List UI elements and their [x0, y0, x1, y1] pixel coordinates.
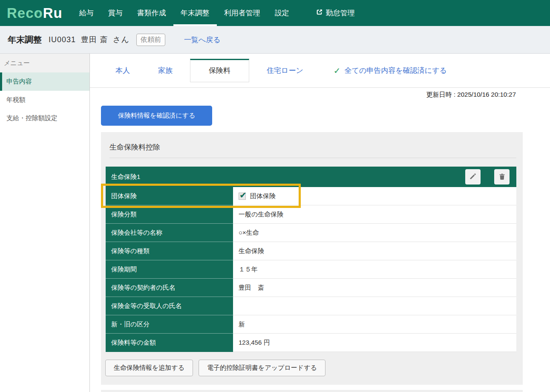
group-insurance-checkbox[interactable]: ✔: [239, 193, 246, 200]
table-row: 団体保険✔団体保険: [106, 187, 516, 205]
row-label: 新・旧の区分: [106, 315, 233, 334]
section-title-life-insurance: 生命保険料控除: [105, 138, 516, 158]
row-label: 保険等の種類: [106, 242, 233, 260]
nav-item-2[interactable]: 書類作成: [130, 0, 173, 26]
pencil-icon: [469, 173, 477, 182]
add-life-insurance-button[interactable]: 生命保険情報を追加する: [105, 360, 193, 376]
row-value: [233, 297, 516, 315]
logo-check-icon: ✓: [35, 8, 41, 17]
insurance-card-header: 生命保険1: [106, 167, 516, 187]
sidebar-item-1[interactable]: 年税額: [0, 91, 89, 109]
confirm-all-link[interactable]: ✓ 全ての申告内容を確認済にする: [334, 66, 447, 75]
tab-2[interactable]: 保険料: [190, 59, 249, 82]
back-to-list-link[interactable]: 一覧へ戻る: [184, 35, 221, 45]
logo-text: Rec: [7, 5, 34, 21]
table-row: 保険期間１５年: [106, 260, 516, 279]
tab-3[interactable]: 住宅ローン: [253, 66, 317, 75]
updated-timestamp: 更新日時 : 2025/10/16 20:10:27: [101, 91, 523, 99]
life-insurance-section: 生命保険料控除 生命保険1: [101, 132, 523, 385]
table-actions: 生命保険情報を追加する 電子的控除証明書をアップロードする: [105, 360, 516, 376]
row-value: 新: [233, 315, 516, 334]
edit-button[interactable]: [465, 169, 481, 184]
external-link-icon: [316, 9, 323, 18]
row-label: 団体保険: [106, 187, 233, 205]
row-value: ○×生命: [233, 224, 516, 242]
checkmark-icon: ✔: [239, 190, 247, 200]
nav-item-0[interactable]: 給与: [72, 0, 101, 26]
employee-code: IU0031: [49, 35, 76, 44]
nav-item-4[interactable]: 利用者管理: [217, 0, 268, 26]
main-menu: 給与賞与書類作成年末調整利用者管理設定: [72, 0, 297, 26]
life-insurance-table: 生命保険1: [106, 167, 516, 352]
table-row: 保険等の種類生命保険: [106, 242, 516, 260]
row-value: 123,456 円: [233, 334, 516, 352]
main-content: 本人家族保険料住宅ローン ✓ 全ての申告内容を確認済にする 更新日時 : 202…: [90, 54, 550, 392]
sidebar-item-2[interactable]: 支給・控除額設定: [0, 109, 89, 127]
earthquake-insurance-section: 地震保険料控除: [101, 390, 523, 392]
table-row: 保険料等の金額123,456 円: [106, 334, 516, 352]
sidebar-menu: 申告内容年税額支給・控除額設定: [0, 72, 89, 127]
nav-item-3[interactable]: 年末調整: [173, 0, 217, 26]
sidebar: メニュー 申告内容年税額支給・控除額設定: [0, 54, 90, 392]
nav-item-1[interactable]: 賞与: [101, 0, 130, 26]
trash-icon: [498, 173, 506, 182]
table-row: 保険金等の受取人の氏名: [106, 297, 516, 315]
checkbox-label: 団体保険: [250, 192, 276, 200]
confirm-insurance-button[interactable]: 保険料情報を確認済にする: [101, 106, 212, 126]
check-icon: ✓: [334, 66, 341, 75]
row-value: ✔団体保険: [233, 187, 516, 205]
top-navbar: Reco✓Ru 給与賞与書類作成年末調整利用者管理設定 勤怠管理: [0, 0, 550, 26]
row-label: 保険等の契約者の氏名: [106, 279, 233, 297]
tab-bar: 本人家族保険料住宅ローン ✓ 全ての申告内容を確認済にする: [90, 54, 550, 88]
delete-button[interactable]: [494, 169, 510, 184]
insurance-card-title: 生命保険1: [111, 173, 465, 181]
table-row: 保険分類一般の生命保険: [106, 205, 516, 224]
row-label: 保険分類: [106, 205, 233, 224]
row-value: 生命保険: [233, 242, 516, 260]
page-header: 年末調整 IU0031 豊田 斎 さん 依頼前 一覧へ戻る: [0, 26, 550, 54]
page-title: 年末調整: [8, 34, 42, 46]
row-label: 保険会社等の名称: [106, 224, 233, 242]
upload-certificate-button[interactable]: 電子的控除証明書をアップロードする: [199, 360, 325, 376]
honorific: さん: [113, 35, 130, 44]
divider: [109, 158, 516, 158]
row-value: 一般の生命保険: [233, 205, 516, 224]
tab-0[interactable]: 本人: [101, 66, 144, 75]
employee-info: IU0031 豊田 斎 さん: [49, 35, 132, 45]
row-label: 保険期間: [106, 260, 233, 279]
row-value: 豊田 斎: [233, 279, 516, 297]
nav-item-5[interactable]: 設定: [268, 0, 297, 26]
sidebar-item-0[interactable]: 申告内容: [0, 72, 89, 91]
row-label: 保険料等の金額: [106, 334, 233, 352]
table-row: 保険等の契約者の氏名豊田 斎: [106, 279, 516, 297]
sidebar-title: メニュー: [0, 54, 89, 72]
table-row: 新・旧の区分新: [106, 315, 516, 334]
table-row: 保険会社等の名称○×生命: [106, 224, 516, 242]
employee-name: 豊田 斎: [81, 35, 108, 44]
recoru-logo[interactable]: Reco✓Ru: [7, 0, 63, 26]
row-label: 保険金等の受取人の氏名: [106, 297, 233, 315]
row-value: １５年: [233, 260, 516, 279]
tab-1[interactable]: 家族: [144, 66, 187, 75]
nav-item-attendance[interactable]: 勤怠管理: [308, 0, 362, 26]
status-badge: 依頼前: [136, 34, 165, 46]
